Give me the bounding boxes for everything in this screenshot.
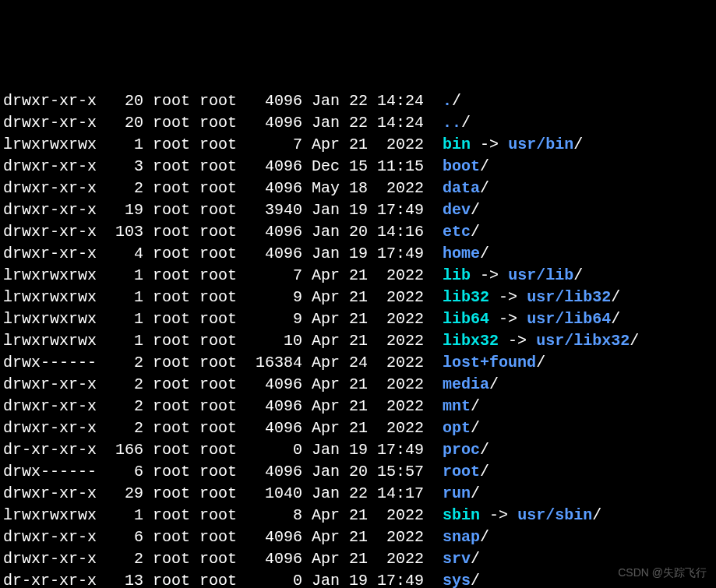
link-count: 2: [106, 178, 143, 199]
permissions: drwxr-xr-x: [3, 221, 97, 243]
mtime: Jan 20 15:57: [312, 461, 433, 483]
permissions: drwxr-xr-x: [3, 374, 97, 396]
group: root: [199, 548, 246, 570]
mtime: Apr 21 2022: [312, 417, 433, 439]
group: root: [199, 417, 246, 439]
link-count: 6: [106, 526, 143, 548]
link-count: 2: [106, 417, 143, 439]
file-name: etc: [443, 223, 471, 241]
file-size: 0: [246, 439, 302, 461]
file-size: 3940: [246, 199, 302, 221]
file-size: 10: [246, 330, 302, 352]
symlink-arrow: ->: [499, 332, 536, 350]
group: root: [199, 352, 246, 374]
file-size: 4096: [246, 374, 302, 396]
link-count: 4: [106, 243, 143, 265]
permissions: drwx------: [3, 461, 97, 483]
file-name: run: [443, 484, 471, 502]
group: root: [199, 505, 246, 526]
list-row: drwxr-xr-x 4 rootroot4096 Jan 19 17:49 h…: [3, 243, 713, 265]
owner: root: [153, 505, 199, 526]
group: root: [199, 374, 246, 396]
list-row: lrwxrwxrwx 1 rootroot9 Apr 21 2022 lib64…: [3, 308, 713, 330]
symlink-target: usr/lib: [508, 266, 573, 284]
list-row: drwxr-xr-x 103 rootroot4096 Jan 20 14:16…: [3, 221, 713, 243]
file-name: sys: [443, 572, 471, 588]
mtime: Apr 21 2022: [312, 374, 433, 396]
link-count: 166: [106, 439, 143, 461]
mtime: Jan 22 14:17: [312, 483, 433, 505]
file-size: 9: [246, 287, 302, 308]
group: root: [199, 526, 246, 548]
list-row: drwxr-xr-x 2 rootroot4096 May 18 2022 da…: [3, 178, 713, 199]
group: root: [199, 287, 246, 308]
link-count: 2: [106, 548, 143, 570]
owner: root: [153, 134, 199, 156]
mtime: Apr 21 2022: [312, 287, 433, 308]
file-size: 4096: [246, 243, 302, 265]
group: root: [199, 330, 246, 352]
file-size: 0: [246, 570, 302, 588]
file-name: dev: [443, 201, 471, 219]
group: root: [199, 134, 246, 156]
link-count: 20: [106, 90, 143, 112]
trailing-slash: /: [471, 223, 480, 241]
trailing-slash: /: [452, 92, 461, 110]
list-row: drwxr-xr-x 19 rootroot3940 Jan 19 17:49 …: [3, 199, 713, 221]
group: root: [199, 396, 246, 417]
symlink-arrow: ->: [480, 506, 517, 524]
permissions: drwxr-xr-x: [3, 396, 97, 417]
file-size: 8: [246, 505, 302, 526]
owner: root: [153, 221, 199, 243]
symlink-arrow: ->: [489, 288, 527, 306]
file-size: 4096: [246, 156, 302, 178]
file-name: home: [443, 245, 480, 262]
file-name: libx32: [443, 332, 499, 350]
owner: root: [153, 156, 199, 178]
permissions: drwxr-xr-x: [3, 156, 97, 178]
file-name: mnt: [443, 397, 471, 415]
owner: root: [153, 396, 199, 417]
symlink-target: usr/libx32: [536, 332, 630, 350]
mtime: Jan 22 14:24: [312, 112, 433, 134]
owner: root: [153, 417, 199, 439]
trailing-slash: /: [480, 157, 489, 175]
group: root: [199, 156, 246, 178]
mtime: Apr 21 2022: [312, 308, 433, 330]
file-size: 4096: [246, 461, 302, 483]
symlink-arrow: ->: [489, 310, 527, 328]
file-size: 4096: [246, 417, 302, 439]
owner: root: [153, 112, 199, 134]
group: root: [199, 221, 246, 243]
group: root: [199, 265, 246, 287]
owner: root: [153, 526, 199, 548]
link-count: 1: [106, 287, 143, 308]
file-size: 16384: [246, 352, 302, 374]
trailing-slash: /: [573, 266, 583, 284]
list-row: lrwxrwxrwx 1 rootroot7 Apr 21 2022 lib -…: [3, 265, 713, 287]
mtime: Jan 22 14:24: [312, 90, 433, 112]
file-size: 4096: [246, 396, 302, 417]
group: root: [199, 483, 246, 505]
owner: root: [153, 199, 199, 221]
link-count: 6: [106, 461, 143, 483]
file-name: boot: [443, 157, 480, 175]
list-row: dr-xr-xr-x 13 rootroot0 Jan 19 17:49 sys…: [3, 570, 713, 588]
trailing-slash: /: [480, 179, 489, 197]
permissions: lrwxrwxrwx: [3, 505, 97, 526]
owner: root: [153, 178, 199, 199]
permissions: lrwxrwxrwx: [3, 330, 97, 352]
owner: root: [153, 461, 199, 483]
permissions: drwxr-xr-x: [3, 199, 97, 221]
file-size: 4096: [246, 112, 302, 134]
permissions: drwxr-xr-x: [3, 243, 97, 265]
trailing-slash: /: [573, 136, 583, 153]
link-count: 1: [106, 330, 143, 352]
mtime: Jan 19 17:49: [312, 439, 433, 461]
group: root: [199, 178, 246, 199]
link-count: 1: [106, 505, 143, 526]
file-name: media: [443, 375, 489, 393]
file-size: 7: [246, 265, 302, 287]
list-row: drwxr-xr-x 2 rootroot4096 Apr 21 2022 sr…: [3, 548, 713, 570]
owner: root: [153, 374, 199, 396]
